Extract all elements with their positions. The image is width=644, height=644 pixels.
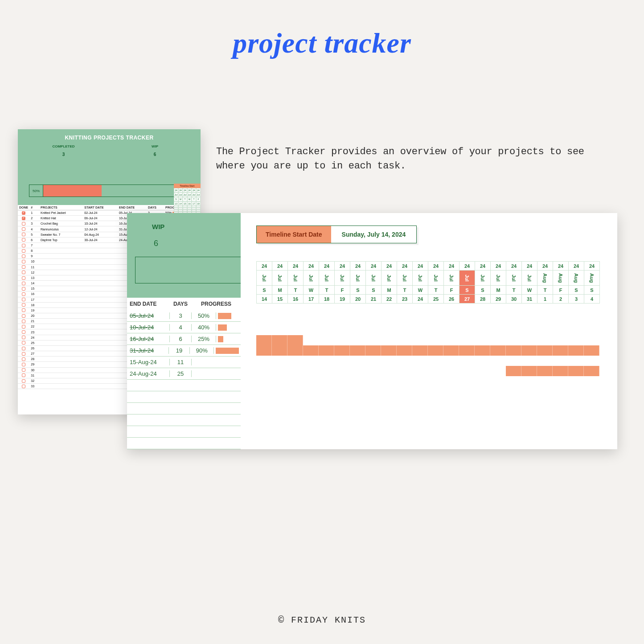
- timeline-start-date-box: Timeline Start Date Sunday, July 14, 202…: [256, 226, 417, 243]
- col-progress: PROGRESS: [192, 301, 241, 307]
- wip-value: 6: [109, 152, 201, 157]
- detail-wip-label: WIP: [152, 223, 164, 230]
- detail-row: 16-Jul-24 6 25%: [127, 333, 241, 345]
- detail-row: 31-Jul-24 19 90%: [127, 345, 241, 357]
- detail-row: 10-Jul-24 4 40%: [127, 322, 241, 333]
- detail-row: 15-Aug-24 11: [127, 357, 241, 368]
- timeline-start-label: Timeline Start Date: [257, 226, 331, 243]
- copyright-icon: ©: [278, 615, 285, 626]
- col-end-date: END DATE: [127, 301, 169, 307]
- detail-progress-frame: [135, 257, 241, 283]
- col-days: DAYS: [169, 301, 192, 307]
- detail-wip-value: 6: [154, 239, 158, 248]
- overall-progress-bar: 50%: [29, 185, 189, 197]
- detail-row: 24-Aug-24 25: [127, 368, 241, 380]
- wip-label: WIP: [109, 144, 201, 148]
- footer: © FRIDAY KNITS: [0, 615, 644, 626]
- completed-label: COMPLETED: [18, 144, 109, 148]
- detail-row: 05-Jul-24 3 50%: [127, 310, 241, 322]
- completed-value: 3: [18, 152, 109, 157]
- tracker-title: KNITTING PROJECTS TRACKER: [18, 129, 201, 144]
- page-description: The Project Tracker provides an overview…: [216, 145, 617, 173]
- tracker-detail-view: WIP 6 END DATE DAYS PROGRESS 05-Jul-24 3…: [127, 213, 617, 449]
- timeline-start-value: Sunday, July 14, 2024: [331, 226, 417, 243]
- calendar-strip: 2424242424242424242424242424242424242424…: [256, 261, 608, 304]
- overall-progress-label: 50%: [29, 189, 43, 193]
- gantt-chart: [256, 315, 617, 376]
- footer-brand: FRIDAY KNITS: [291, 615, 366, 625]
- page-title: project tracker: [0, 27, 644, 60]
